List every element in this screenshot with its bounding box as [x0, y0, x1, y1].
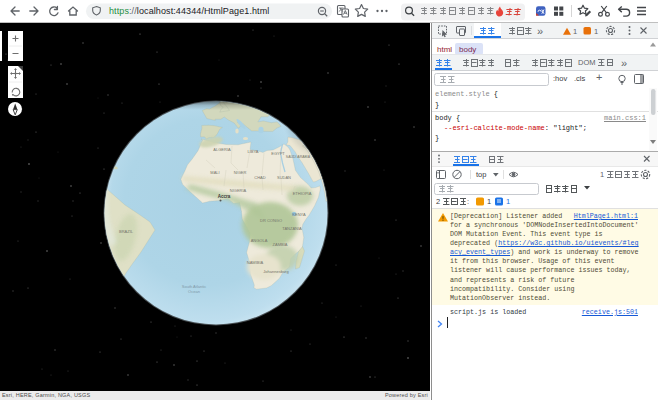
- svg-text:BRAZIL: BRAZIL: [119, 229, 134, 234]
- svg-text:NIGERIA: NIGERIA: [230, 188, 247, 193]
- svg-text:KENYA: KENYA: [292, 212, 306, 217]
- svg-text:MALI: MALI: [210, 170, 219, 175]
- svg-text:Ocean: Ocean: [188, 289, 200, 294]
- svg-text:SAUDI ARABIA: SAUDI ARABIA: [286, 155, 311, 159]
- svg-text:ANGOLA: ANGOLA: [251, 238, 268, 243]
- svg-text:ZAMBIA: ZAMBIA: [273, 242, 288, 247]
- svg-text:Johannesburg: Johannesburg: [263, 269, 288, 274]
- svg-text:NIGER: NIGER: [234, 170, 247, 175]
- svg-text:LIBYA: LIBYA: [247, 149, 258, 154]
- svg-text:ETHIOPIA: ETHIOPIA: [293, 191, 312, 196]
- svg-text:DR CONGO: DR CONGO: [260, 218, 282, 223]
- svg-text:Accra: Accra: [218, 194, 231, 199]
- svg-text:SUDAN: SUDAN: [277, 175, 291, 180]
- svg-text:TANZANIA: TANZANIA: [282, 226, 302, 231]
- svg-text:NAMIBIA: NAMIBIA: [247, 260, 264, 265]
- svg-text:EGYPT: EGYPT: [271, 151, 285, 156]
- svg-text:ALGERIA: ALGERIA: [213, 147, 231, 152]
- svg-text:CHAD: CHAD: [254, 175, 265, 180]
